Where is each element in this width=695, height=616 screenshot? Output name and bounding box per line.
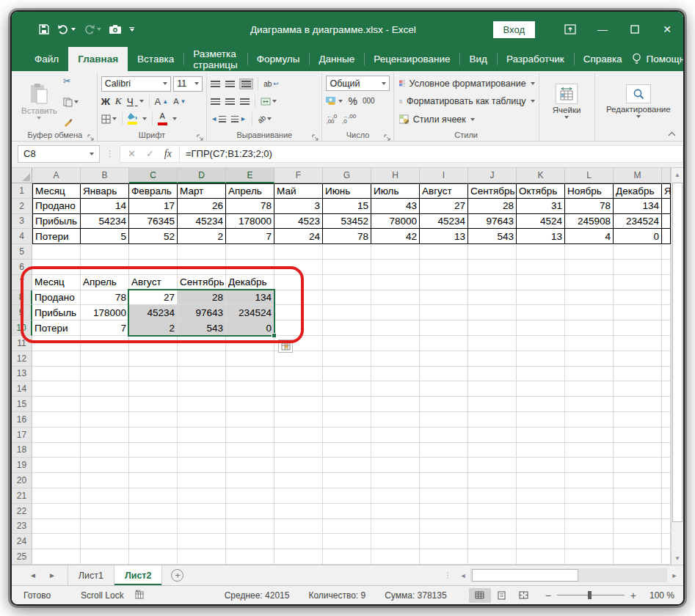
cell-G16[interactable] xyxy=(323,412,371,428)
cell-D7[interactable]: Сентябрь xyxy=(178,275,226,290)
cell-M15[interactable] xyxy=(614,397,662,412)
column-header-I[interactable]: I xyxy=(420,168,468,183)
name-box[interactable]: C8 xyxy=(18,145,100,163)
fill-handle[interactable] xyxy=(272,333,277,338)
cell-J23[interactable] xyxy=(468,519,517,535)
cell-F20[interactable] xyxy=(274,473,323,488)
cell-K11[interactable] xyxy=(517,336,565,351)
cell-M19[interactable] xyxy=(614,458,662,473)
cell-K8[interactable] xyxy=(517,290,565,306)
macro-record-icon[interactable] xyxy=(134,590,145,601)
increase-indent-icon[interactable]: ► xyxy=(231,115,247,122)
cell-B22[interactable] xyxy=(81,504,129,519)
scroll-up-icon[interactable]: ▲ xyxy=(672,168,683,181)
cell-L13[interactable] xyxy=(565,367,614,382)
cell-A10[interactable]: Потери xyxy=(32,320,81,336)
cell-N7[interactable] xyxy=(662,275,671,290)
cell-C21[interactable] xyxy=(129,488,178,504)
cell-M23[interactable] xyxy=(614,519,662,535)
cell-A3[interactable]: Прибыль xyxy=(32,214,81,230)
increase-decimal-icon[interactable]: ←,0,00 xyxy=(326,114,337,124)
cell-grid[interactable]: ABCDEFGHIJKLMN1МесяцЯнварьФевральМартАпр… xyxy=(12,168,671,565)
column-header-N[interactable]: N xyxy=(662,168,671,183)
ribbon-tab-page-layout[interactable]: Разметка страницы xyxy=(183,47,247,71)
cell-M24[interactable] xyxy=(614,534,662,549)
cell-N6[interactable] xyxy=(662,260,671,275)
cell-C7[interactable]: Август xyxy=(129,275,178,290)
cell-A11[interactable] xyxy=(32,336,81,351)
cell-K25[interactable] xyxy=(517,549,565,565)
cell-G10[interactable] xyxy=(323,320,371,336)
cell-A5[interactable] xyxy=(32,244,81,260)
cell-C9[interactable]: 45234 xyxy=(129,305,178,320)
cell-D25[interactable] xyxy=(178,549,226,565)
cell-I22[interactable] xyxy=(420,504,468,519)
horizontal-scroll-thumb[interactable] xyxy=(472,569,578,582)
cell-H25[interactable] xyxy=(371,549,420,565)
cell-G19[interactable] xyxy=(323,458,371,473)
cell-H20[interactable] xyxy=(371,473,420,488)
cell-I18[interactable] xyxy=(420,443,468,458)
cell-M22[interactable] xyxy=(614,504,662,519)
cell-E2[interactable]: 78 xyxy=(226,199,274,214)
cell-F19[interactable] xyxy=(274,458,323,473)
cell-H1[interactable]: Июль xyxy=(371,183,420,199)
cell-D6[interactable] xyxy=(178,260,226,275)
row-header-21[interactable]: 21 xyxy=(12,488,32,504)
cell-B23[interactable] xyxy=(81,519,129,535)
cell-M12[interactable] xyxy=(614,351,662,367)
column-header-D[interactable]: D xyxy=(178,168,226,183)
cell-L4[interactable]: 4 xyxy=(565,229,614,244)
cell-B6[interactable] xyxy=(81,260,129,275)
cell-K23[interactable] xyxy=(517,519,565,535)
scroll-right-icon[interactable]: ► xyxy=(667,568,682,582)
cell-I24[interactable] xyxy=(420,534,468,549)
cell-F3[interactable]: 4523 xyxy=(274,214,323,230)
percent-style-icon[interactable]: % xyxy=(348,95,357,107)
cell-K9[interactable] xyxy=(517,305,565,320)
cell-D8[interactable]: 28 xyxy=(178,290,226,306)
cell-F12[interactable] xyxy=(274,351,323,367)
minimize-button[interactable]: — xyxy=(586,17,619,42)
tell-me-assistant[interactable]: Помощн xyxy=(632,53,685,65)
cell-J1[interactable]: Сентябрь xyxy=(468,183,517,199)
cell-G8[interactable] xyxy=(323,290,371,306)
prev-sheet-icon[interactable]: ◄ xyxy=(29,571,37,579)
cell-K15[interactable] xyxy=(517,397,565,412)
cell-B2[interactable]: 14 xyxy=(81,199,129,214)
cell-F18[interactable] xyxy=(274,443,323,458)
cell-D19[interactable] xyxy=(178,458,226,473)
cell-C15[interactable] xyxy=(129,397,178,412)
column-header-L[interactable]: L xyxy=(565,168,614,183)
cell-I21[interactable] xyxy=(420,488,468,504)
align-right-icon[interactable] xyxy=(240,98,250,105)
formula-input[interactable]: =ГПР(C7;B1:Z3;2;0) xyxy=(180,145,683,163)
cell-L15[interactable] xyxy=(565,397,614,412)
cell-H2[interactable]: 43 xyxy=(371,199,420,214)
cell-K14[interactable] xyxy=(517,381,565,397)
cell-C18[interactable] xyxy=(129,443,178,458)
cell-N8[interactable] xyxy=(662,290,671,306)
cell-D22[interactable] xyxy=(178,504,226,519)
cell-L18[interactable] xyxy=(565,443,614,458)
ribbon-tab-review[interactable]: Рецензирование xyxy=(364,47,459,71)
cell-G23[interactable] xyxy=(323,519,371,535)
cell-M2[interactable]: 134 xyxy=(614,199,662,214)
cell-J6[interactable] xyxy=(468,260,517,275)
cell-G15[interactable] xyxy=(323,397,371,412)
cell-L11[interactable] xyxy=(565,336,614,351)
cell-G14[interactable] xyxy=(323,381,371,397)
cell-K4[interactable]: 13 xyxy=(517,229,565,244)
collapse-ribbon-icon[interactable] xyxy=(668,130,676,138)
cell-I5[interactable] xyxy=(420,244,468,260)
cell-I1[interactable]: Август xyxy=(420,183,468,199)
cell-I4[interactable]: 13 xyxy=(420,229,468,244)
cell-B21[interactable] xyxy=(81,488,129,504)
ribbon-tab-data[interactable]: Данные xyxy=(309,47,364,71)
cell-J24[interactable] xyxy=(468,534,517,549)
cell-C14[interactable] xyxy=(129,381,178,397)
cell-K24[interactable] xyxy=(517,534,565,549)
cell-F9[interactable] xyxy=(274,305,323,320)
cell-I8[interactable] xyxy=(420,290,468,306)
cell-M16[interactable] xyxy=(614,412,662,428)
